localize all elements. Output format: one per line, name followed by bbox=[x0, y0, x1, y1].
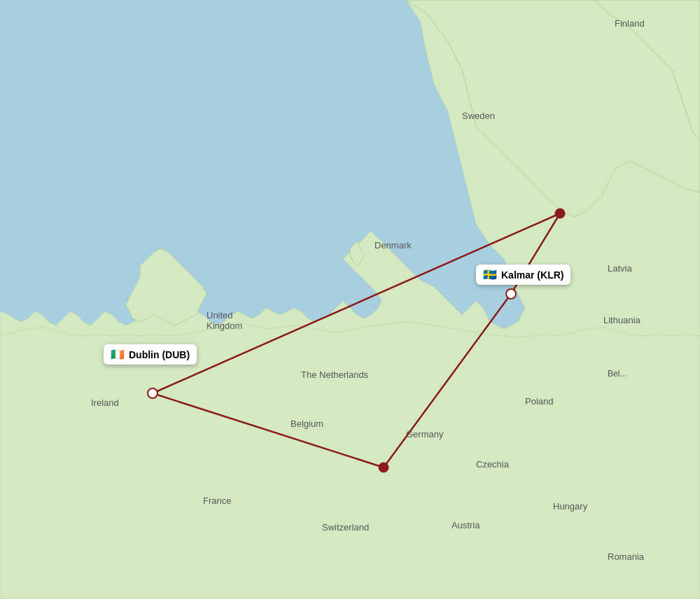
svg-point-8 bbox=[379, 463, 388, 472]
label-uk-1: United bbox=[206, 310, 233, 320]
label-czechia: Czechia bbox=[476, 459, 510, 470]
label-romania: Romania bbox=[608, 551, 645, 562]
label-ireland: Ireland bbox=[91, 397, 119, 408]
label-uk-2: Kingdom bbox=[206, 320, 242, 331]
label-latvia: Latvia bbox=[608, 263, 632, 274]
label-finland: Finland bbox=[615, 18, 645, 29]
map-svg: Sweden Denmark United Kingdom Ireland Th… bbox=[0, 0, 700, 599]
map-container: Sweden Denmark United Kingdom Ireland Th… bbox=[0, 0, 700, 599]
label-germany: Germany bbox=[406, 429, 444, 439]
svg-point-7 bbox=[555, 209, 565, 218]
svg-point-6 bbox=[506, 289, 516, 299]
label-sweden: Sweden bbox=[462, 111, 495, 121]
label-bel: Bel... bbox=[608, 369, 626, 379]
label-denmark: Denmark bbox=[374, 240, 412, 251]
label-austria: Austria bbox=[451, 520, 480, 530]
svg-point-5 bbox=[148, 388, 158, 398]
label-belgium: Belgium bbox=[290, 418, 323, 429]
label-france: France bbox=[203, 495, 231, 506]
label-netherlands: The Netherlands bbox=[301, 369, 369, 380]
label-switzerland: Switzerland bbox=[322, 522, 369, 533]
label-lithuania: Lithuania bbox=[603, 315, 641, 325]
label-poland: Poland bbox=[525, 396, 553, 407]
label-hungary: Hungary bbox=[553, 501, 588, 512]
